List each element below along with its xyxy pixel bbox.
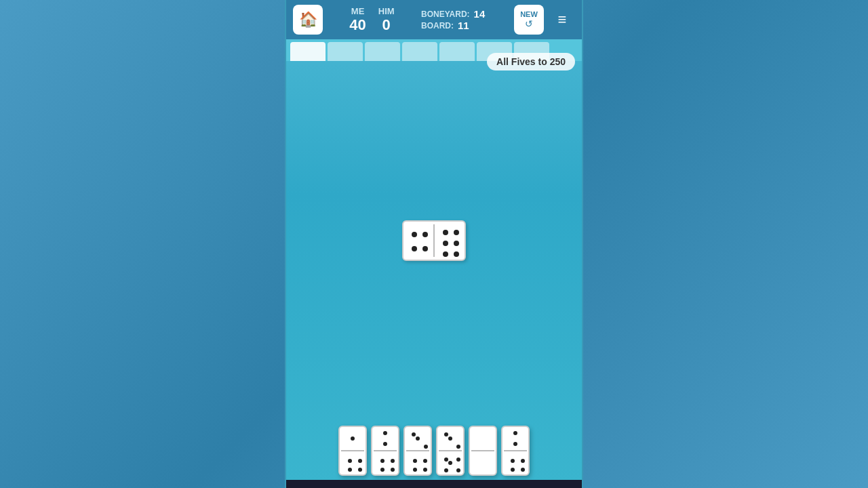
hand-domino-6[interactable] [501,426,530,476]
hand-domino-4-top [437,427,463,450]
hand-domino-2-bottom [372,451,398,474]
header: 🏠 ME 40 HIM 0 BONEYARD: 14 BOARD: 11 NEW [286,0,582,39]
board-label: BOARD: [421,21,454,30]
board-area [286,61,582,420]
bottom-bar [286,480,582,488]
him-score: 0 [378,16,395,34]
hand-domino-2-top [372,427,398,450]
hand-domino-3-top [405,427,431,450]
hand-domino-6-top [502,427,528,450]
menu-icon: ≡ [558,11,567,28]
him-score-block: HIM 0 [378,6,395,34]
boneyard-label: BONEYARD: [421,9,470,19]
hand-domino-5-top [470,427,496,450]
hand-domino-5[interactable] [469,426,497,476]
hand-domino-1[interactable] [338,426,367,476]
me-score-block: ME 40 [349,6,366,34]
hand-domino-1-top [340,427,366,450]
hand-domino-5-bottom [470,451,496,474]
tab-1[interactable] [290,42,326,61]
hand-domino-4-bottom [437,451,463,474]
board-domino[interactable] [402,220,466,261]
hand-domino-3-bottom [405,451,431,474]
domino-left-half [403,222,433,260]
hand-domino-3[interactable] [403,426,432,476]
me-label: ME [349,6,366,16]
player-hand [286,426,582,476]
hand-domino-1-bottom [340,451,366,474]
board-value: 11 [458,20,469,31]
boneyard-value: 14 [474,8,486,20]
hand-domino-6-bottom [502,451,528,474]
refresh-icon: ↺ [525,18,533,29]
new-label: NEW [520,11,538,18]
him-label: HIM [378,6,395,16]
home-icon: 🏠 [299,11,317,28]
tab-3[interactable] [365,42,400,61]
me-score: 40 [349,16,366,34]
game-container: 🏠 ME 40 HIM 0 BONEYARD: 14 BOARD: 11 NEW [285,0,583,488]
score-section: ME 40 HIM 0 [328,6,416,34]
domino-right-half [435,222,465,260]
tab-4[interactable] [402,42,437,61]
tab-2[interactable] [328,42,363,61]
tab-5[interactable] [439,42,475,61]
menu-button[interactable]: ≡ [549,5,575,35]
new-button[interactable]: NEW ↺ [514,5,544,35]
hand-domino-4[interactable] [436,426,465,476]
hand-domino-2[interactable] [371,426,399,476]
home-button[interactable]: 🏠 [293,5,323,35]
